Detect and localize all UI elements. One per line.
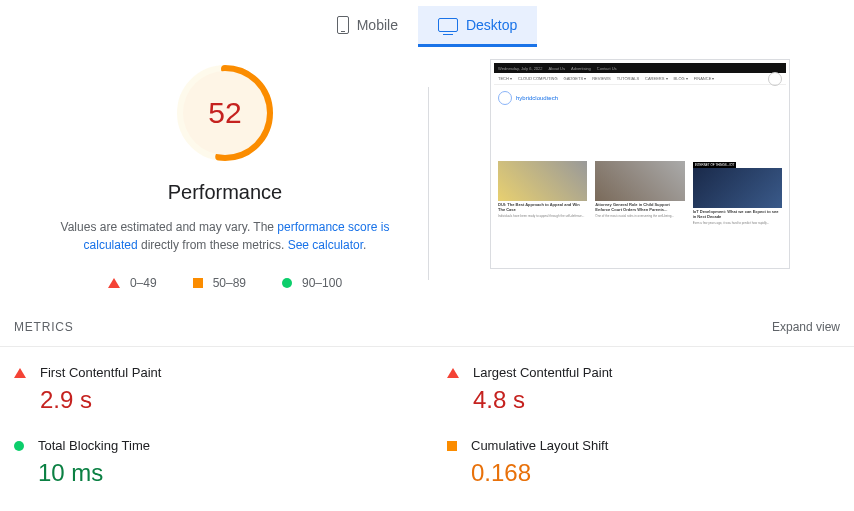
metric-value: 4.8 s — [473, 386, 840, 414]
metric-tbt: Total Blocking Time 10 ms — [14, 420, 407, 493]
mobile-icon — [337, 16, 349, 34]
tab-desktop-label: Desktop — [466, 17, 517, 33]
circle-icon — [282, 278, 292, 288]
metric-fcp: First Contentful Paint 2.9 s — [14, 347, 407, 420]
page-screenshot: Wednesday, July 6, 2022About UsAdvertisi… — [490, 59, 790, 269]
calculator-link[interactable]: See calculator — [288, 238, 363, 252]
metric-name: Largest Contentful Paint — [473, 365, 840, 380]
score-column: 52 Performance Values are estimated and … — [20, 55, 430, 290]
legend-fail: 0–49 — [108, 276, 157, 290]
metrics-grid: First Contentful Paint 2.9 s Largest Con… — [0, 347, 854, 511]
tab-mobile[interactable]: Mobile — [317, 6, 418, 47]
expand-view-button[interactable]: Expand view — [772, 320, 840, 334]
metric-si: Speed Index 4.2 s — [14, 493, 407, 511]
metrics-header: METRICS Expand view — [0, 310, 854, 347]
metric-name: Cumulative Layout Shift — [471, 438, 840, 453]
tab-desktop[interactable]: Desktop — [418, 6, 537, 47]
circle-icon — [14, 441, 24, 451]
square-icon — [193, 278, 203, 288]
vertical-divider — [428, 87, 429, 280]
triangle-icon — [108, 278, 120, 288]
metric-value: 0.168 — [471, 459, 840, 487]
score-value: 52 — [208, 96, 241, 130]
metrics-title: METRICS — [14, 320, 74, 334]
desktop-icon — [438, 18, 458, 32]
legend-pass: 90–100 — [282, 276, 342, 290]
metric-name: Total Blocking Time — [38, 438, 407, 453]
metric-cls: Cumulative Layout Shift 0.168 — [447, 420, 840, 493]
legend-average: 50–89 — [193, 276, 246, 290]
preview-column: Wednesday, July 6, 2022About UsAdvertisi… — [430, 55, 834, 290]
triangle-icon — [447, 368, 459, 378]
summary-section: 52 Performance Values are estimated and … — [0, 47, 854, 310]
tab-mobile-label: Mobile — [357, 17, 398, 33]
square-icon — [447, 441, 457, 451]
score-legend: 0–49 50–89 90–100 — [20, 276, 430, 290]
metric-value: 10 ms — [38, 459, 407, 487]
metric-lcp: Largest Contentful Paint 4.8 s — [447, 347, 840, 420]
metric-name: First Contentful Paint — [40, 365, 407, 380]
triangle-icon — [14, 368, 26, 378]
metric-value: 2.9 s — [40, 386, 407, 414]
score-label: Performance — [20, 181, 430, 204]
score-gauge: 52 — [175, 63, 275, 163]
score-disclaimer: Values are estimated and may vary. The p… — [20, 218, 430, 254]
device-tabs: Mobile Desktop — [0, 0, 854, 47]
